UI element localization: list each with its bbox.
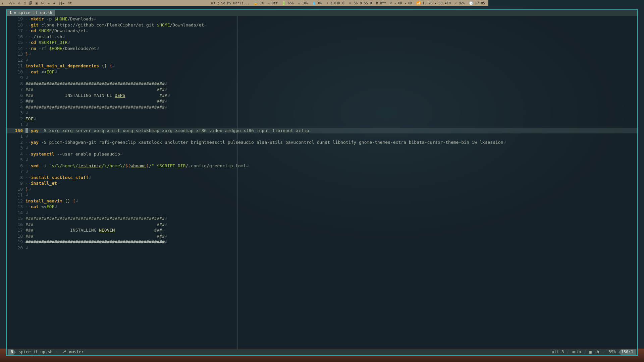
code-line[interactable]: 14↲	[7, 210, 488, 216]
line-content[interactable]: ↲	[25, 122, 488, 128]
editor-viewport[interactable]: 19··mkdir -p $HOME/Downloads↲18··git clo…	[7, 16, 488, 274]
line-content[interactable]: ··rm -rf $HOME/Downloads/et↲	[25, 46, 488, 52]
code-line[interactable]: 15··cd $SCRIPT_DIR↲	[7, 40, 488, 46]
tray-icon-6[interactable]: 🗨	[41, 1, 44, 5]
line-content[interactable]: ↲	[25, 157, 488, 163]
code-line[interactable]: 14··rm -rf $HOME/Downloads/et↲	[7, 46, 488, 52]
code-line[interactable]: 12install_neovim () {↲	[7, 198, 488, 204]
code-line[interactable]: 18··git clone https://github.com/PlankCi…	[7, 22, 488, 28]
tray-icon-8[interactable]: ✱	[53, 1, 55, 5]
line-content[interactable]: ↲	[25, 110, 488, 116]
line-content[interactable]: install_neovim () {↲	[25, 198, 488, 204]
code-line[interactable]: 13··cat <<EOF↲	[7, 204, 488, 210]
line-number: 13	[7, 204, 25, 210]
editor-tabbar[interactable]: 1 ⎈ spice_it_up.sh	[7, 10, 488, 16]
code-line[interactable]: 8··install_suckless_stuff↲	[7, 175, 488, 181]
line-content[interactable]: ### ###↲	[25, 86, 488, 93]
code-line[interactable]: 15######################################…	[7, 216, 488, 222]
line-content[interactable]: ↲	[25, 169, 488, 175]
line-content[interactable]: ### INSTALLING NEOVIM ###↲	[25, 227, 488, 233]
line-content[interactable]: ↲	[25, 192, 488, 198]
code-line[interactable]: 4#######################################…	[7, 104, 488, 110]
line-content[interactable]: ··systemctl --user enable pulseaudio↲	[25, 151, 488, 157]
line-content[interactable]: ### INSTALLING MAIN UI DEPS ###↲	[25, 93, 488, 99]
code-line[interactable]: 19··mkdir -p $HOME/Downloads↲	[7, 16, 488, 22]
code-line[interactable]: 18### ###↲	[7, 233, 488, 239]
code-line[interactable]: 150 ·yay -S xorg xorg-server xorg-xinit …	[7, 128, 488, 134]
line-content[interactable]: ··cat <<EOF↲	[25, 204, 488, 210]
code-line[interactable]: 10··cat <<EOF↲	[7, 69, 488, 75]
eol-marker: ↲	[86, 28, 89, 33]
line-content[interactable]: ··mkdir -p $HOME/Downloads↲	[25, 16, 488, 22]
code-line[interactable]: 13}↲	[7, 51, 488, 57]
code-line[interactable]: 11↲	[7, 192, 488, 198]
code-line[interactable]: 11install_main_ui_dependencies () {↲	[7, 63, 488, 69]
code-line[interactable]: 4··systemctl --user enable pulseaudio↲	[7, 151, 488, 157]
code-line[interactable]: 3↲	[7, 110, 488, 116]
line-content[interactable]: ↲	[25, 145, 488, 151]
code-line[interactable]: 6### INSTALLING MAIN UI DEPS ###↲	[7, 93, 488, 99]
tray-icons[interactable]: ❯_</>⊕♫🗐▣🗨✉✱[]=st	[1, 1, 72, 5]
line-content[interactable]: ↲	[25, 75, 488, 81]
line-content[interactable]: }↲	[25, 51, 488, 57]
line-content[interactable]: ########################################…	[25, 239, 488, 245]
line-content[interactable]: ··cd $HOME/Downloads/et↲	[25, 28, 488, 34]
code-line[interactable]: 6··sed -i "s/\/home\/testninja/\/home\/$…	[7, 163, 488, 169]
line-content[interactable]: ·yay -S xorg xorg-server xorg-xinit xorg…	[25, 128, 488, 134]
line-content[interactable]: ··yay -S picom-ibhagwan-git rofi-greencl…	[25, 139, 488, 145]
line-content[interactable]: ··install_et↲	[25, 180, 488, 186]
code-line[interactable]: 19######################################…	[7, 239, 488, 245]
code-line[interactable]: 2EOF↲	[7, 116, 488, 122]
tray-icon-1[interactable]: </>	[9, 1, 15, 5]
code-line[interactable]: 20↲	[7, 245, 488, 251]
tray-icon-0[interactable]: ❯_	[1, 1, 5, 5]
line-content[interactable]: ########################################…	[25, 216, 488, 222]
line-content[interactable]: ### ###↲	[25, 233, 488, 239]
code-line[interactable]: 5↲	[7, 157, 488, 163]
code-line[interactable]: 12↲	[7, 57, 488, 63]
code-line[interactable]: 1↲	[7, 133, 488, 139]
code-line[interactable]: 9··install_et↲	[7, 180, 488, 186]
line-content[interactable]: ########################################…	[25, 81, 488, 87]
code-line[interactable]: 5### ###↲	[7, 98, 488, 104]
tab-active[interactable]: 1 ⎈ spice_it_up.sh	[7, 10, 55, 16]
code-line[interactable]: 1↲	[7, 122, 488, 128]
line-content[interactable]: ### ###↲	[25, 98, 488, 104]
line-content[interactable]: ↲	[25, 133, 488, 139]
line-content[interactable]: ↲	[25, 210, 488, 216]
line-content[interactable]: ↲	[25, 57, 488, 63]
code-lines[interactable]: 19··mkdir -p $HOME/Downloads↲18··git clo…	[7, 16, 488, 274]
tray-icon-3[interactable]: ♫	[23, 1, 25, 5]
line-content[interactable]: ··cd $SCRIPT_DIR↲	[25, 40, 488, 46]
line-content[interactable]: ··install_suckless_stuff↲	[25, 175, 488, 181]
tray-icon-10[interactable]: st	[68, 1, 72, 5]
line-content[interactable]: install_main_ui_dependencies () {↲	[25, 63, 488, 69]
code-line[interactable]: 9↲	[7, 75, 488, 81]
line-content[interactable]: EOF↲	[25, 116, 488, 122]
code-line[interactable]: 7↲	[7, 169, 488, 175]
code-line[interactable]: 17··cd $HOME/Downloads/et↲	[7, 28, 488, 34]
line-content[interactable]: ··./install.sh↲	[25, 34, 488, 40]
code-line[interactable]: 16### ###↲	[7, 222, 488, 228]
line-content[interactable]: ··cat <<EOF↲	[25, 69, 488, 75]
tray-icon-5[interactable]: ▣	[36, 1, 38, 5]
tray-icon-4[interactable]: 🗐	[29, 1, 32, 5]
code-line[interactable]: 10}↲	[7, 186, 488, 192]
tray-icon-9[interactable]: []=	[58, 1, 64, 5]
code-line[interactable]: 2··yay -S picom-ibhagwan-git rofi-greenc…	[7, 139, 488, 145]
tray-icon-7[interactable]: ✉	[48, 1, 50, 5]
line-content[interactable]: }↲	[25, 186, 488, 192]
code-line[interactable]: 3↲	[7, 145, 488, 151]
status-item-3: ≡ 10%	[296, 1, 310, 5]
line-content[interactable]: ########################################…	[25, 104, 488, 110]
line-content[interactable]: ··sed -i "s/\/home\/testninja/\/home\/$(…	[25, 163, 488, 169]
code-line[interactable]: 17### INSTALLING NEOVIM ###↲	[7, 227, 488, 233]
terminal-window[interactable]: 1 ⎈ spice_it_up.sh 19··mkdir -p $HOME/Do…	[6, 9, 488, 274]
code-line[interactable]: 7### ###↲	[7, 86, 488, 93]
code-line[interactable]: 16··./install.sh↲	[7, 34, 488, 40]
code-line[interactable]: 8#######################################…	[7, 81, 488, 87]
line-content[interactable]: ↲	[25, 245, 488, 251]
line-content[interactable]: ··git clone https://github.com/PlankCiph…	[25, 22, 488, 28]
line-content[interactable]: ### ###↲	[25, 222, 488, 228]
tray-icon-2[interactable]: ⊕	[18, 1, 20, 5]
